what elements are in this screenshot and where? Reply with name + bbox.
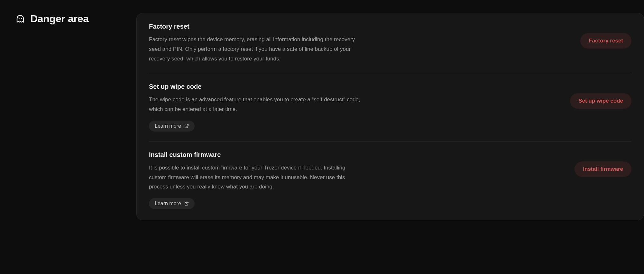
custom-firmware-description: It is possible to install custom firmwar… [149,163,361,192]
factory-reset-description: Factory reset wipes the device memory, e… [149,35,361,63]
wipe-code-learn-more-button[interactable]: Learn more [149,121,195,132]
section-header: Danger area [15,13,136,25]
svg-point-1 [21,18,22,19]
svg-line-2 [186,124,188,126]
wipe-code-item: Set up wipe code The wipe code is an adv… [149,73,631,141]
install-firmware-button[interactable]: Install firmware [575,161,631,177]
factory-reset-title: Factory reset [149,23,361,30]
wipe-code-description: The wipe code is an advanced feature tha… [149,95,361,114]
svg-point-0 [19,18,20,19]
learn-more-label: Learn more [155,123,181,129]
external-link-icon [184,124,189,128]
custom-firmware-item: Install custom firmware It is possible t… [149,141,631,209]
learn-more-label: Learn more [155,201,181,206]
wipe-code-title: Set up wipe code [149,83,361,90]
factory-reset-item: Factory reset Factory reset wipes the de… [149,23,631,73]
custom-firmware-title: Install custom firmware [149,151,361,159]
page-title: Danger area [30,13,89,25]
setup-wipe-code-button[interactable]: Set up wipe code [570,93,631,109]
custom-firmware-learn-more-button[interactable]: Learn more [149,198,195,209]
ghost-icon [15,14,25,24]
external-link-icon [184,201,189,206]
factory-reset-button[interactable]: Factory reset [580,33,631,49]
danger-panel: Factory reset Factory reset wipes the de… [136,13,644,220]
svg-line-3 [186,202,188,204]
